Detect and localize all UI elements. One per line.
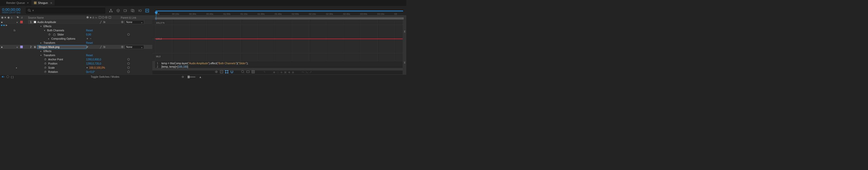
property-anchor-point[interactable]: ⏱Anchor Point1280,0,800,0 — [0, 57, 152, 61]
pickwhip-icon[interactable] — [127, 62, 130, 65]
next-keyframe-icon[interactable]: ▶ — [6, 24, 7, 26]
eye-show-icon[interactable] — [215, 70, 218, 74]
expression-enable-icon[interactable]: ▢ — [53, 33, 56, 36]
zoom-out-icon[interactable]: ⊖ — [182, 75, 184, 79]
graph-y-label: 99,0 — [156, 55, 161, 58]
layer-row[interactable]: ● ▾ 1 Audio Amplitude ╱fx None⌄ — [0, 20, 152, 24]
snap-icon[interactable] — [230, 70, 234, 74]
zoom-slider[interactable] — [188, 77, 195, 78]
composition-flowchart-icon[interactable] — [109, 8, 113, 13]
choose-graph-type-icon[interactable] — [220, 70, 223, 74]
edit-keyframe-icon[interactable]: ◆ — [273, 70, 275, 74]
stopwatch-icon[interactable]: ⏱ — [44, 62, 47, 65]
graph-editor-icon[interactable] — [145, 8, 149, 13]
label-header[interactable] — [17, 16, 20, 19]
reset-link[interactable]: Reset — [86, 29, 120, 32]
twirl-icon[interactable]: ▾ — [17, 21, 19, 24]
pickwhip-icon[interactable] — [121, 45, 124, 49]
source-name-header[interactable]: Source Name — [28, 16, 86, 19]
reset-link[interactable]: Reset — [86, 54, 120, 57]
constrain-icon[interactable]: ⚭ — [86, 66, 88, 69]
fx-icon[interactable]: fx — [103, 46, 105, 49]
shy-icon[interactable] — [123, 8, 127, 13]
pickwhip-icon[interactable] — [127, 33, 130, 36]
property-position[interactable]: ⏱Position1280,0,720,0 — [0, 61, 152, 65]
stopwatch-icon[interactable]: ⏱ — [44, 58, 47, 61]
playhead[interactable] — [155, 12, 158, 19]
fit-all-icon[interactable] — [251, 70, 255, 74]
stopwatch-icon[interactable]: ⏱ — [48, 33, 51, 36]
vertical-scrollbar[interactable]: ⊼ ⊻ — [403, 20, 406, 74]
graph-viewport[interactable]: 101,0 % 100,0 99,0 — [152, 20, 406, 61]
easy-ease-icon[interactable]: ⤳ — [302, 70, 304, 74]
quality-icon[interactable]: ╱ — [100, 46, 101, 49]
scale-value[interactable]: ⚭100,0,100,0% — [86, 66, 120, 69]
quality-icon[interactable]: ╱ — [100, 21, 101, 24]
current-time[interactable]: 0;00;00;00 00000 (29.97 fps) — [2, 7, 24, 14]
hold-keyframe-icon[interactable]: ▣ — [284, 70, 286, 74]
time-ruler[interactable]: :00s00:15s00:30s00:45s01:00s01:15s01:30s… — [152, 10, 406, 20]
property-scale[interactable]: ▸⏱Scale⚭100,0,100,0% — [0, 65, 152, 70]
property-both-channels[interactable]: fx▾Both ChannelsReset — [0, 28, 152, 32]
property-rotation[interactable]: ⏱Rotation0x+0,0° — [0, 70, 152, 74]
auto-bezier-icon[interactable]: ◉ — [292, 70, 294, 74]
fx-icon[interactable]: fx — [103, 21, 105, 24]
easy-ease-in-icon[interactable]: ↘ — [306, 70, 308, 74]
property-opacity[interactable]: ⏱Opacity — [0, 74, 152, 74]
label-color[interactable] — [20, 46, 23, 48]
svg-line-38 — [244, 73, 244, 73]
toggle-switches-button[interactable]: Toggle Switches / Modes — [91, 76, 119, 78]
slider-value[interactable]: 0,00 — [86, 33, 120, 36]
index-header[interactable]: # — [20, 16, 28, 19]
fx-enable-icon[interactable]: fx — [13, 29, 16, 32]
fit-selection-icon[interactable] — [246, 70, 250, 74]
separate-dimensions-icon[interactable] — [262, 70, 266, 74]
linear-keyframe-icon[interactable]: ◆ — [288, 70, 290, 74]
scroll-end-icon[interactable]: ⊻ — [404, 61, 405, 64]
zoom-in-icon[interactable]: ▲ — [199, 76, 202, 79]
twirl-icon[interactable]: ▾ — [17, 46, 19, 49]
render-time-icon[interactable] — [6, 75, 9, 79]
layer-row[interactable]: ● ▾ 2 🗎Shogun Mask.png ₽╱fx None⌄ — [0, 45, 152, 49]
easy-ease-out-icon[interactable]: ↗ — [309, 70, 312, 74]
auto-zoom-icon[interactable] — [241, 70, 245, 74]
pickwhip-icon[interactable] — [127, 66, 130, 69]
add-keyframe-icon[interactable]: ◆ — [3, 24, 5, 26]
stopwatch-icon[interactable]: ⏱ — [44, 70, 47, 73]
rotation-value[interactable]: 0x+0,0° — [86, 70, 120, 73]
draft-3d-icon[interactable] — [116, 8, 120, 13]
add-remove-icons[interactable]: ＋ － — [86, 37, 120, 40]
close-icon[interactable]: × — [27, 1, 29, 4]
anchor-value[interactable]: 1280,0,800,0 — [86, 58, 120, 61]
reset-link[interactable]: Reset — [86, 41, 120, 44]
toggle-switches-icon[interactable] — [2, 75, 5, 79]
property-transform[interactable]: ▸TransformReset — [0, 41, 152, 45]
stopwatch-icon[interactable]: ⏱ — [44, 66, 47, 69]
prev-keyframe-icon[interactable]: ◀ — [1, 24, 2, 26]
panel-menu-icon[interactable]: ≡ — [51, 1, 52, 4]
pickwhip-icon[interactable] — [127, 58, 130, 61]
property-effects[interactable]: ▸Effects — [0, 49, 152, 53]
parent-dropdown[interactable]: None⌄ — [125, 45, 144, 49]
frame-blend-icon[interactable] — [131, 8, 135, 13]
property-effects[interactable]: ▾Effects — [0, 24, 152, 28]
scroll-start-icon[interactable]: ⊼ — [404, 30, 405, 33]
layer-search[interactable]: ▾ — [26, 8, 105, 13]
tab-render-queue[interactable]: Render Queue × — [4, 0, 31, 5]
motion-blur-icon[interactable] — [138, 8, 142, 13]
keyframe-interpolation-icon[interactable]: ◇ — [277, 70, 279, 74]
pickwhip-icon[interactable] — [121, 21, 124, 24]
expression-editor[interactable]: 1 temp = thisComp.layer("Audio Amplitude… — [155, 61, 404, 68]
brackets-icon[interactable]: { } — [11, 76, 13, 79]
property-transform[interactable]: ▾TransformReset — [0, 53, 152, 57]
label-color[interactable] — [20, 21, 23, 23]
property-compositing-options[interactable]: ▸Compositing Options＋ － — [0, 36, 152, 41]
layer-name-input[interactable]: Shogun Mask.png — [37, 45, 87, 49]
pickwhip-icon[interactable] — [127, 70, 130, 73]
position-value[interactable]: 1280,0,720,0 — [86, 62, 120, 65]
keyframe-velocity-icon[interactable]: ◈ — [280, 70, 282, 74]
show-transform-box-icon[interactable] — [225, 70, 228, 74]
tab-composition[interactable]: Shogun ≡ — [31, 0, 55, 5]
property-slider[interactable]: ⏱▢Slider0,00 — [0, 32, 152, 36]
parent-dropdown[interactable]: None⌄ — [125, 20, 144, 24]
